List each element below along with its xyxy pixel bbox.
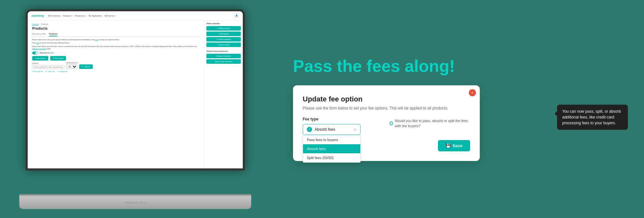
results-label: SHOW RESULTS xyxy=(66,62,78,64)
tab-products[interactable]: Products xyxy=(49,32,57,36)
navigation-bar: eventeny Why Eventeny Features ∨ Resourc… xyxy=(28,11,243,21)
breadcrumb-current: Products xyxy=(41,23,48,25)
page-tabs: Business profile Products xyxy=(32,32,200,37)
bulk-import-button[interactable]: ✦ bulk import xyxy=(50,56,66,61)
nav-links: Why Eventeny Features ∨ Resources ∨ My A… xyxy=(48,14,116,17)
fee-radio-indicator: Would you like to pass, absorb or split … xyxy=(390,118,470,129)
info-text-3: Please note: When you sell an item, ther… xyxy=(32,45,200,50)
breadcrumb-account[interactable]: Account xyxy=(32,23,39,25)
search-row: SEARCH SHOW RESULTS 25 50 100 xyxy=(32,62,200,69)
tooltip-text: You can now pass, split, or absorb addit… xyxy=(562,109,621,125)
results-select[interactable]: 25 50 100 xyxy=(66,64,77,69)
info-link-selling[interactable]: Selling on Eventeny xyxy=(32,48,46,50)
search-label: SEARCH xyxy=(32,63,64,64)
laptop-screen-frame: eventeny Why Eventeny Features ∨ Resourc… xyxy=(26,9,245,170)
search-input[interactable] xyxy=(32,65,64,69)
sales-tax-link[interactable]: ✏ sales tax xyxy=(45,71,54,72)
dropdown-item-pass[interactable]: Pass fees to buyers xyxy=(303,135,360,144)
tooltip-box: You can now pass, split, or absorb addit… xyxy=(557,105,628,130)
fee-select-display[interactable]: ✓ Absorb fees ∨ xyxy=(303,124,361,135)
info-link-payout[interactable]: here xyxy=(95,39,98,41)
laptop-base xyxy=(19,196,251,209)
nav-my-applications[interactable]: My Applications xyxy=(89,15,102,17)
info-text-1: Please make sure to set up your payout m… xyxy=(32,39,200,41)
fee-select-check-icon: ✓ xyxy=(307,127,312,132)
info-text-2: Click here to access the FAQ about addin… xyxy=(32,42,200,44)
fee-modal: × Update fee option Please use the form … xyxy=(293,85,480,161)
modal-close-button[interactable]: × xyxy=(469,89,476,96)
nav-resources[interactable]: Resources ∨ xyxy=(75,14,86,17)
virtual-section: Virtual event resources Selling on Event… xyxy=(206,50,241,64)
nav-features[interactable]: Features ∨ xyxy=(63,14,72,17)
page-body: Account › Products Products Business pro… xyxy=(28,21,243,168)
fee-links: ✏ fee options ✏ sales tax ✏ categories xyxy=(32,71,200,72)
results-group: SHOW RESULTS 25 50 100 xyxy=(66,62,78,69)
fee-select-wrapper: ✓ Absorb fees ∨ Pass fees to buyers Abso… xyxy=(303,124,361,135)
modal-subtitle: Please use the form below to set your fe… xyxy=(303,106,470,110)
virtual-btn-2[interactable]: Step-by-step instructions xyxy=(206,59,241,64)
storefront-status: open xyxy=(50,52,54,54)
browser-content: eventeny Why Eventeny Features ∨ Resourc… xyxy=(28,11,243,168)
eventeny-logo: eventeny xyxy=(32,14,44,17)
search-button[interactable]: 🔍 Search xyxy=(79,64,93,69)
fee-options-link[interactable]: ✏ fee options xyxy=(32,71,43,72)
dropdown-item-split[interactable]: Split fees (50/50) xyxy=(303,153,360,162)
tutorial-btn-4[interactable]: 4. Payout method xyxy=(206,43,241,47)
save-button[interactable]: 💾 Save xyxy=(438,140,470,151)
breadcrumb: Account › Products xyxy=(32,23,200,25)
breadcrumb-separator: › xyxy=(40,23,40,25)
action-buttons: + add product ✦ bulk import xyxy=(32,56,200,61)
fee-type-section: Fee type ✓ Absorb fees ∨ Pass fees to bu… xyxy=(303,117,383,135)
page-title: Products xyxy=(32,26,200,30)
main-content: Account › Products Products Business pro… xyxy=(28,21,204,168)
fee-dropdown-menu: Pass fees to buyers Absorb fees Split fe… xyxy=(303,135,361,163)
fee-description: Would you like to pass, absorb or split … xyxy=(390,117,470,129)
right-section: Pass the fees along! × Update fee option… xyxy=(274,0,644,218)
tutorial-btn-3[interactable]: 3. Product variations xyxy=(206,37,241,42)
storefront-row: Storefront is open xyxy=(32,52,200,54)
categories-link[interactable]: ✏ categories xyxy=(57,71,68,72)
fee-selected-value: Absorb fees xyxy=(315,127,335,132)
save-label: Save xyxy=(453,143,462,148)
add-product-button[interactable]: + add product xyxy=(32,56,48,61)
fee-type-label: Fee type xyxy=(303,117,383,121)
search-group: SEARCH xyxy=(32,63,64,69)
modal-body: Fee type ✓ Absorb fees ∨ Pass fees to bu… xyxy=(303,117,470,135)
storefront-label: Storefront is open xyxy=(40,52,54,54)
laptop-screen-content: eventeny Why Eventeny Features ∨ Resourc… xyxy=(28,11,243,168)
virtual-title: Virtual event resources xyxy=(206,50,241,52)
tutorial-btn-1[interactable]: 1. Adding products xyxy=(206,26,241,31)
dropdown-item-absorb[interactable]: Absorb fees xyxy=(303,144,360,153)
tab-business-profile[interactable]: Business profile xyxy=(32,32,46,36)
storefront-toggle[interactable] xyxy=(32,52,38,54)
laptop-wrapper: eventeny Why Eventeny Features ∨ Resourc… xyxy=(19,9,251,209)
info-link-faq[interactable]: here xyxy=(36,42,39,44)
nav-why-eventeny[interactable]: Why Eventeny xyxy=(48,15,61,17)
tutorials-title: Video tutorials xyxy=(206,23,241,24)
virtual-btn-1[interactable]: Selling on Eventeny xyxy=(206,54,241,58)
right-sidebar: Video tutorials 1. Adding products 2. Bu… xyxy=(204,21,243,168)
save-icon: 💾 xyxy=(446,143,451,148)
headline: Pass the fees along! xyxy=(293,57,625,75)
fee-description-text: Would you like to pass, absorb or split … xyxy=(395,118,470,129)
fee-dropdown-arrow: ∨ xyxy=(354,127,356,132)
nav-my-events[interactable]: My Events ∨ xyxy=(105,14,116,17)
modal-title: Update fee option xyxy=(303,95,470,103)
account-icon[interactable]: 👤 xyxy=(234,13,239,18)
tutorial-btn-2[interactable]: 2. Bulk upload xyxy=(206,32,241,36)
modal-and-tooltip: × Update fee option Please use the form … xyxy=(293,85,625,161)
